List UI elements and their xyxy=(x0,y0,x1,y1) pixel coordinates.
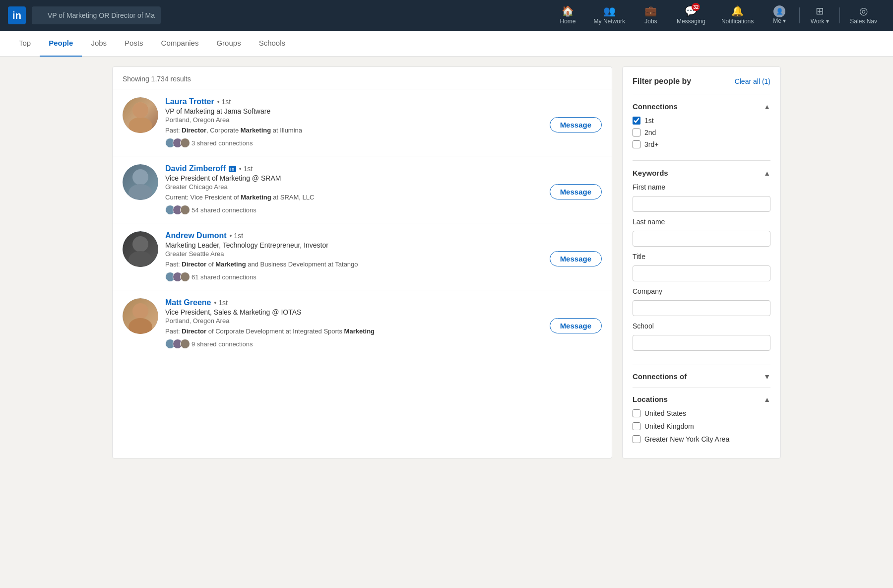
person-card: Andrew Dumont • 1st Marketing Leader, Te… xyxy=(113,223,612,290)
person-name-row: Laura Trotter • 1st xyxy=(165,97,543,106)
avatar: 👤 xyxy=(773,5,785,17)
keywords-title: Keywords xyxy=(633,169,668,177)
locations-title: Locations xyxy=(633,395,668,403)
location-row-us: United States xyxy=(633,409,770,417)
shared-count-label[interactable]: 3 shared connections xyxy=(191,139,253,147)
person-name[interactable]: Laura Trotter xyxy=(165,97,214,106)
avatar-david-zimberoff[interactable] xyxy=(123,164,158,200)
shared-connections: 61 shared connections xyxy=(165,272,543,282)
nav-notifications[interactable]: 🔔 Notifications xyxy=(713,0,762,31)
filter-2nd-checkbox[interactable] xyxy=(633,129,640,136)
filter-connections-of[interactable]: Connections of ▼ xyxy=(633,365,770,388)
person-location: Greater Seattle Area xyxy=(165,250,543,258)
shared-avatar xyxy=(180,138,190,148)
nav-messaging[interactable]: 💬32 Messaging xyxy=(669,0,713,31)
message-button-matt[interactable]: Message xyxy=(550,318,602,333)
nav-jobs[interactable]: 💼 Jobs xyxy=(633,0,669,31)
nav-divider-1 xyxy=(799,7,800,23)
location-nyc-checkbox[interactable] xyxy=(633,435,640,443)
firstname-input[interactable] xyxy=(633,196,770,212)
nav-jobs-label: Jobs xyxy=(644,18,657,25)
svg-point-3 xyxy=(132,169,148,185)
avatar-laura-trotter[interactable] xyxy=(123,97,158,133)
tab-companies[interactable]: Companies xyxy=(152,31,208,57)
chevron-up-icon: ▲ xyxy=(764,103,770,111)
shared-count-label[interactable]: 61 shared connections xyxy=(191,273,256,281)
connection-badge: • 1st xyxy=(214,299,227,307)
person-location: Portland, Oregon Area xyxy=(165,317,543,325)
messaging-icon: 💬32 xyxy=(685,5,697,17)
nav-work[interactable]: ⊞ Work ▾ xyxy=(802,0,837,31)
filter-1st-label: 1st xyxy=(644,117,654,125)
firstname-label: First name xyxy=(633,183,770,191)
svg-point-1 xyxy=(128,117,152,133)
message-button-laura[interactable]: Message xyxy=(550,117,602,132)
filter-section-keywords-header[interactable]: Keywords ▲ xyxy=(633,169,770,177)
svg-point-7 xyxy=(132,303,148,319)
message-button-david[interactable]: Message xyxy=(550,184,602,199)
location-row-uk: United Kingdom xyxy=(633,422,770,430)
connection-badge: • 1st xyxy=(230,232,243,240)
search-input[interactable] xyxy=(32,6,161,24)
location-uk-checkbox[interactable] xyxy=(633,422,640,430)
linkedin-logo[interactable]: in xyxy=(8,6,26,24)
nav-sales-nav[interactable]: ◎ Sales Nav xyxy=(842,0,885,31)
person-name[interactable]: Matt Greene xyxy=(165,298,211,307)
filter-1st-row: 1st xyxy=(633,117,770,125)
avatar-matt-greene[interactable] xyxy=(123,298,158,334)
location-nyc-label: Greater New York City Area xyxy=(644,435,729,443)
tab-posts[interactable]: Posts xyxy=(116,31,152,57)
person-past: Past: Director, Corporate Marketing at I… xyxy=(165,127,543,134)
tab-schools[interactable]: Schools xyxy=(250,31,294,57)
person-title: Vice President, Sales & Marketing @ IOTA… xyxy=(165,308,543,316)
main-layout: Showing 1,734 results Laura Trotter • 1s… xyxy=(104,57,789,468)
filter-section-connections-header[interactable]: Connections ▲ xyxy=(633,102,770,111)
person-card: Matt Greene • 1st Vice President, Sales … xyxy=(113,290,612,357)
shared-avatar xyxy=(180,272,190,282)
shared-avatars xyxy=(165,339,188,349)
avatar-andrew-dumont[interactable] xyxy=(123,231,158,267)
filter-field-title: Title xyxy=(633,253,770,281)
sales-nav-icon: ◎ xyxy=(859,5,868,17)
nav-messaging-label: Messaging xyxy=(677,18,705,25)
jobs-icon: 💼 xyxy=(644,5,657,17)
tab-jobs[interactable]: Jobs xyxy=(82,31,116,57)
filter-section-locations: Locations ▲ United States United Kingdom… xyxy=(633,388,770,443)
filter-3rd-checkbox[interactable] xyxy=(633,140,640,148)
company-input[interactable] xyxy=(633,300,770,316)
filter-1st-checkbox[interactable] xyxy=(633,117,640,125)
title-input[interactable] xyxy=(633,265,770,281)
in-badge: in xyxy=(229,166,236,172)
person-info-andrew-dumont: Andrew Dumont • 1st Marketing Leader, Te… xyxy=(165,231,543,282)
connection-badge: • 1st xyxy=(239,165,253,173)
company-label: Company xyxy=(633,287,770,295)
filter-2nd-label: 2nd xyxy=(644,129,656,136)
lastname-input[interactable] xyxy=(633,231,770,247)
school-input[interactable] xyxy=(633,335,770,351)
results-count: Showing 1,734 results xyxy=(123,75,191,83)
message-button-andrew[interactable]: Message xyxy=(550,251,602,266)
nav-me[interactable]: 👤 Me ▾ xyxy=(762,0,797,31)
nav-home[interactable]: 🏠 Home xyxy=(550,0,586,31)
clear-all-button[interactable]: Clear all (1) xyxy=(735,77,770,85)
person-name[interactable]: Andrew Dumont xyxy=(165,231,227,240)
tab-people[interactable]: People xyxy=(40,31,82,57)
shared-count-label[interactable]: 54 shared connections xyxy=(191,206,256,214)
chevron-down-connections-of-icon: ▼ xyxy=(764,373,770,381)
home-icon: 🏠 xyxy=(562,5,574,17)
filter-section-connections: Connections ▲ 1st 2nd 3rd+ xyxy=(633,94,770,160)
svg-point-6 xyxy=(128,251,152,267)
svg-point-8 xyxy=(128,318,152,334)
svg-point-5 xyxy=(132,236,148,252)
person-name[interactable]: David Zimberoff xyxy=(165,164,226,173)
results-panel: Showing 1,734 results Laura Trotter • 1s… xyxy=(112,66,612,458)
filter-section-keywords: Keywords ▲ First name Last name Title Co… xyxy=(633,160,770,365)
location-us-checkbox[interactable] xyxy=(633,409,640,417)
filter-section-locations-header[interactable]: Locations ▲ xyxy=(633,395,770,403)
tab-groups[interactable]: Groups xyxy=(207,31,250,57)
connections-of-title: Connections of xyxy=(633,372,687,381)
svg-point-2 xyxy=(132,102,148,118)
nav-my-network[interactable]: 👥 My Network xyxy=(586,0,633,31)
tab-top[interactable]: Top xyxy=(10,31,40,57)
shared-count-label[interactable]: 9 shared connections xyxy=(191,340,253,348)
